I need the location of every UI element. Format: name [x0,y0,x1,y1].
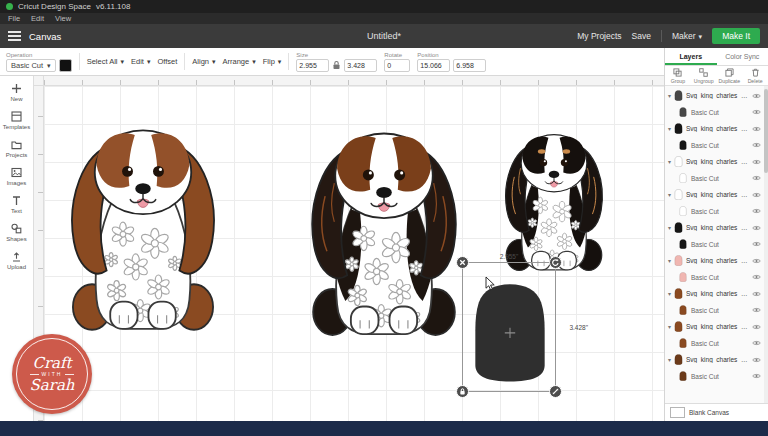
duplicate-button[interactable]: Duplicate [717,68,743,84]
operation-dropdown[interactable]: Basic Cut [6,59,56,72]
layer-operation-row[interactable]: Basic Cut [665,269,763,285]
layer-operation-row[interactable]: Basic Cut [665,203,763,219]
eye-visibility-icon[interactable] [752,291,761,297]
sidebar-item-projects[interactable]: Projects [6,138,28,158]
layer-operation-row[interactable]: Basic Cut [665,302,763,318]
offset-button[interactable]: Offset [157,57,177,66]
align-button[interactable]: Align [192,57,215,66]
eye-visibility-icon[interactable] [752,175,761,181]
layer-group-row[interactable]: Svg_king_charles_spaniel_ [665,87,763,104]
scrollbar-thumb[interactable] [764,89,768,173]
sidebar-item-shapes[interactable]: Shapes [6,222,26,242]
layer-group-row[interactable]: Svg_king_charles_spaniel_ [665,153,763,170]
my-projects-link[interactable]: My Projects [577,31,621,41]
ungroup-button[interactable]: Ungroup [691,68,717,84]
canvas-background-row[interactable]: Blank Canvas [665,403,768,421]
canvas-grid[interactable]: 2.955" 3.428" [44,86,664,421]
eye-visibility-icon[interactable] [752,93,761,99]
machine-selector[interactable]: Maker [672,31,702,41]
delete-handle[interactable] [456,256,469,269]
color-swatch[interactable] [59,59,72,72]
operation-value: Basic Cut [11,61,43,70]
selected-shape[interactable] [471,276,549,388]
position-x-input[interactable] [417,59,450,72]
layer-color-chip [679,140,687,150]
chevron-down-icon[interactable] [668,159,671,165]
layer-group-row[interactable]: Svg_king_charles_spaniel_ [665,252,763,269]
select-all-button[interactable]: Select All [87,57,124,66]
eye-visibility-icon[interactable] [752,258,761,264]
eye-visibility-icon[interactable] [752,241,761,247]
lock-icon[interactable] [332,60,341,70]
hamburger-menu-icon[interactable] [8,31,21,41]
menu-view[interactable]: View [55,14,71,23]
flip-label: Flip [263,57,275,66]
canvas-area: 2.955" 3.428" [34,76,664,421]
tab-color-sync[interactable]: Color Sync [717,48,768,65]
sidebar-item-new[interactable]: New [10,82,23,102]
layer-operation-row[interactable]: Basic Cut [665,104,763,120]
menu-file[interactable]: File [8,14,20,23]
chevron-down-icon[interactable] [668,258,671,264]
arrange-button[interactable]: Arrange [223,57,256,66]
chevron-down-icon [699,31,703,41]
position-y-input[interactable] [453,59,486,72]
layer-operation-row[interactable]: Basic Cut [665,236,763,252]
layer-group-row[interactable]: Svg_king_charles_spaniel_ [665,351,763,368]
eye-visibility-icon[interactable] [752,357,761,363]
eye-visibility-icon[interactable] [752,126,761,132]
layer-group-row[interactable]: Svg_king_charles_spaniel_ [665,219,763,236]
sidebar-item-label: Projects [6,152,28,158]
resize-handle[interactable] [549,385,562,398]
chevron-down-icon[interactable] [668,324,671,330]
sidebar-item-text[interactable]: Text [10,194,23,214]
layer-operation-row[interactable]: Basic Cut [665,368,763,384]
dog-artwork-spaniel-chocolate[interactable] [292,96,476,344]
tab-layers[interactable]: Layers [665,48,717,65]
eye-visibility-icon[interactable] [752,142,761,148]
layer-operation-row[interactable]: Basic Cut [665,335,763,351]
delete-button[interactable]: Delete [742,68,768,84]
canvas-color-swatch[interactable] [670,407,685,418]
size-width-input[interactable] [296,59,329,72]
rotate-handle[interactable] [549,256,562,269]
sidebar-item-images[interactable]: Images [7,166,27,186]
eye-visibility-icon[interactable] [752,109,761,115]
chevron-down-icon[interactable] [668,357,671,363]
selection-box[interactable]: 2.955" 3.428" [462,262,556,392]
layer-operation-row[interactable]: Basic Cut [665,170,763,186]
group-button[interactable]: Group [665,68,691,84]
edit-button[interactable]: Edit [131,57,150,66]
eye-visibility-icon[interactable] [752,225,761,231]
eye-visibility-icon[interactable] [752,373,761,379]
menu-edit[interactable]: Edit [31,14,44,23]
eye-visibility-icon[interactable] [752,192,761,198]
eye-visibility-icon[interactable] [752,307,761,313]
layer-operation-row[interactable]: Basic Cut [665,137,763,153]
flip-button[interactable]: Flip [263,57,282,66]
sidebar-item-upload[interactable]: Upload [7,250,26,270]
chevron-down-icon[interactable] [668,126,671,132]
eye-visibility-icon[interactable] [752,274,761,280]
eye-visibility-icon[interactable] [752,159,761,165]
layer-group-row[interactable]: Svg_king_charles_spaniel_ [665,186,763,203]
chevron-down-icon[interactable] [668,192,671,198]
chevron-down-icon[interactable] [668,93,671,99]
layer-group-row[interactable]: Svg_king_charles_spaniel_ [665,285,763,302]
layer-group-row[interactable]: Svg_king_charles_spaniel_ [665,120,763,137]
eye-visibility-icon[interactable] [752,208,761,214]
save-link[interactable]: Save [632,31,651,41]
layer-group-row[interactable]: Svg_king_charles_spaniel_ [665,318,763,335]
size-height-input[interactable] [344,59,377,72]
make-it-button[interactable]: Make It [712,28,760,44]
eye-visibility-icon[interactable] [752,324,761,330]
dog-artwork-spaniel-brown-white[interactable] [52,90,234,342]
rotate-input[interactable] [384,59,410,72]
cricut-logo-icon [6,3,13,10]
layer-thumbnail [674,156,683,167]
chevron-down-icon[interactable] [668,291,671,297]
lock-handle[interactable] [456,385,469,398]
eye-visibility-icon[interactable] [752,340,761,346]
sidebar-item-templates[interactable]: Templates [3,110,30,130]
chevron-down-icon[interactable] [668,225,671,231]
